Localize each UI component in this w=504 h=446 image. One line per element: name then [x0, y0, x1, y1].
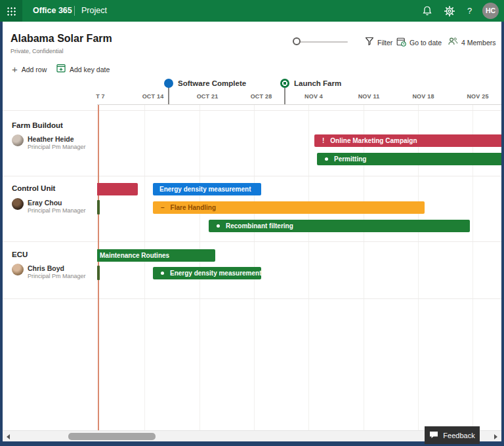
- topbar-divider: [74, 6, 75, 16]
- section-name-farm-buildout: Farm Buildout: [12, 121, 63, 129]
- task-bar-label: Permitting: [334, 155, 366, 163]
- help-icon[interactable]: ?: [467, 0, 472, 22]
- owner-name: Chris Boyd: [28, 264, 64, 272]
- timeline-zoom-slider-handle[interactable]: [293, 37, 301, 45]
- go-to-date-label: Go to date: [410, 39, 442, 47]
- axis-tick-label: T 7: [79, 93, 121, 100]
- task-bar-label: Maintenance Routines: [100, 252, 169, 259]
- account-avatar[interactable]: HC: [482, 3, 499, 19]
- notifications-bell-icon[interactable]: [421, 5, 433, 17]
- task-bar-energy-density-measurement[interactable]: Energy density measurement: [153, 183, 261, 195]
- milestone-marker-software-complete[interactable]: [164, 79, 173, 88]
- task-bar-maintenance-routines[interactable]: Maintenance Routines: [97, 249, 215, 262]
- owner-avatar: [12, 264, 24, 275]
- status-dot-icon: [161, 272, 164, 275]
- status-dot-icon: [217, 224, 220, 228]
- timeline-zoom-slider-track[interactable]: [297, 41, 348, 43]
- section-name-control-unit: Control Unit: [12, 184, 55, 192]
- office-365-brand: Office 365: [33, 0, 72, 22]
- add-row-label: Add row: [22, 66, 47, 73]
- axis-baseline: [97, 104, 501, 105]
- task-bar-flare-handling[interactable]: – Flare Handling: [153, 201, 425, 214]
- axis-tick-label: NOV 11: [348, 93, 390, 100]
- speech-bubble-icon: [429, 431, 438, 440]
- axis-tick-label: OCT 21: [186, 93, 228, 100]
- scroll-right-arrow[interactable]: [494, 434, 497, 439]
- section-name-ecu: ECU: [12, 251, 28, 258]
- app-launcher-button[interactable]: [0, 0, 22, 22]
- milestone-label: Launch Farm: [294, 79, 341, 87]
- axis-tick-label: NOV 25: [457, 93, 499, 100]
- project-app-window: Office 365 Project ? HC Alabama Solar Fa…: [0, 0, 504, 446]
- milestone-label: Software Complete: [178, 79, 246, 87]
- scrollbar-thumb[interactable]: [68, 433, 156, 440]
- members-button[interactable]: 4 Members: [448, 37, 496, 48]
- go-to-date-button[interactable]: Go to date: [396, 37, 442, 48]
- milestone-marker-launch-farm[interactable]: [280, 79, 289, 88]
- task-bar-label: Energy density measurement: [170, 270, 261, 277]
- task-bar-label: Online Marketing Campaign: [330, 137, 417, 144]
- owner-name: Eray Chou: [28, 199, 62, 207]
- status-dot-icon: [325, 157, 328, 161]
- office-top-bar: Office 365 Project ? HC: [0, 0, 504, 22]
- week-gridline: [308, 105, 309, 430]
- filter-funnel-icon: [365, 37, 374, 49]
- dash-icon: –: [161, 204, 165, 211]
- section-divider: [3, 110, 501, 111]
- section-divider: [3, 298, 501, 299]
- task-bar-label: Flare Handling: [171, 204, 216, 211]
- owner-name: Heather Heide: [28, 135, 74, 143]
- waffle-icon: [7, 7, 16, 16]
- task-bar-energy-density-measurement-ecu[interactable]: Energy density measurement: [153, 267, 261, 279]
- calendar-plus-icon: [56, 64, 66, 75]
- feedback-label: Feedback: [443, 432, 474, 439]
- privacy-label: Private, Confidential: [10, 48, 64, 54]
- task-bar-permitting[interactable]: Permitting: [317, 153, 504, 165]
- window-frame-left: [0, 22, 3, 446]
- task-bar-clipped-sliver[interactable]: [97, 266, 100, 280]
- plus-icon: +: [12, 65, 18, 74]
- settings-gear-icon[interactable]: [444, 5, 455, 17]
- task-bar-label: Energy density measurement: [159, 186, 251, 193]
- add-key-date-button[interactable]: Add key date: [56, 64, 110, 75]
- filter-label: Filter: [377, 39, 392, 47]
- task-bar-clipped-sliver[interactable]: [97, 200, 100, 214]
- axis-tick-label: NOV 18: [402, 93, 444, 100]
- section-divider: [3, 241, 501, 242]
- feedback-button[interactable]: Feedback: [425, 426, 480, 444]
- axis-tick-label: NOV 4: [293, 93, 335, 100]
- task-bar-recombinant-filtering[interactable]: Recombinant filtering: [209, 220, 470, 232]
- members-label: 4 Members: [461, 39, 496, 47]
- owner-role: Principal Pm Manager: [28, 273, 86, 279]
- add-key-date-label: Add key date: [70, 66, 110, 73]
- alert-exclamation-icon: !: [322, 137, 324, 144]
- owner-avatar: [12, 198, 24, 210]
- axis-tick-label: OCT 14: [132, 93, 174, 100]
- add-row-button[interactable]: + Add row: [12, 64, 47, 75]
- task-bar-clipped[interactable]: [97, 183, 138, 195]
- task-bar-label: Recombinant filtering: [226, 222, 293, 230]
- section-divider: [3, 176, 501, 176]
- week-gridline: [144, 105, 145, 430]
- filter-button[interactable]: Filter: [365, 37, 392, 48]
- task-bar-online-marketing-campaign[interactable]: ! Online Marketing Campaign: [314, 134, 504, 147]
- owner-avatar: [12, 134, 24, 146]
- owner-role: Principal Pm Manager: [28, 144, 86, 150]
- members-people-icon: [448, 37, 458, 49]
- page-title: Alabama Solar Farm: [10, 33, 112, 45]
- calendar-clock-icon: [396, 37, 406, 49]
- scroll-left-arrow[interactable]: [7, 434, 10, 439]
- window-frame-right: [501, 22, 504, 446]
- owner-role: Principal Pm Manager: [28, 207, 86, 214]
- axis-tick-label: OCT 28: [240, 93, 282, 100]
- project-app-link[interactable]: Project: [81, 0, 107, 22]
